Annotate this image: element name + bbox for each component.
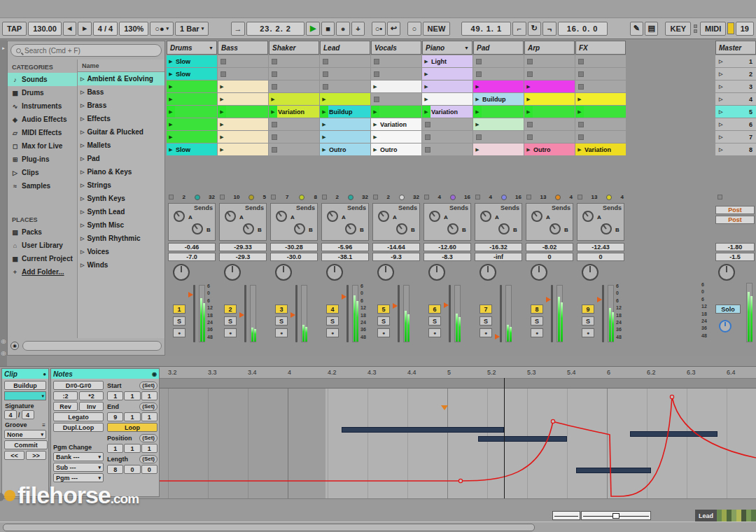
sidebar-item-midi-effects[interactable]: ▱MIDI Effects (8, 126, 77, 139)
sidebar-item-audio-effects[interactable]: ◈Audio Effects (8, 113, 77, 126)
volume-fader[interactable] (398, 285, 400, 342)
volume-fader[interactable] (602, 285, 604, 342)
clip-slot[interactable] (371, 55, 421, 67)
clip-slot[interactable]: ▶Variation (269, 106, 319, 118)
tap-tempo-button[interactable]: TAP (2, 22, 27, 36)
sub-bank-select[interactable]: Sub ---▾ (53, 463, 104, 472)
scene-slot-8[interactable]: ▷8 (715, 144, 756, 155)
session-record-button[interactable]: ○ (407, 22, 421, 36)
fader-handle[interactable] (393, 303, 398, 309)
clip-slot[interactable]: ▶ (320, 131, 370, 143)
clip-slot[interactable]: ▶ (167, 131, 217, 143)
automation-breakpoint[interactable] (551, 419, 554, 423)
arm-button[interactable]: ● (582, 328, 594, 337)
key-map-button[interactable]: KEY (665, 22, 691, 36)
meter-peak-value[interactable]: -16.32 (475, 243, 522, 251)
send-a-knob[interactable] (429, 211, 440, 222)
track-header-piano[interactable]: Piano▼ (422, 41, 472, 55)
sidebar-item-samples[interactable]: ≈Samples (8, 179, 77, 192)
stop-button[interactable]: ■ (321, 22, 335, 36)
rail-icon[interactable]: ◎ (1, 338, 6, 344)
volume-value[interactable]: -9.3 (372, 253, 420, 261)
signature-numerator-field[interactable]: 4 (4, 410, 17, 419)
browser-item-guitar-plucked[interactable]: ▷Guitar & Plucked (78, 125, 164, 139)
clip-slot[interactable] (422, 144, 472, 155)
session-overview-matrix[interactable] (717, 510, 756, 522)
browser-item-mallets[interactable]: ▷Mallets (78, 139, 164, 152)
clip-slot[interactable] (473, 131, 524, 143)
length-bar-field[interactable]: 8 (107, 465, 123, 474)
browser-collapse-icon[interactable]: ▸ (2, 46, 5, 51)
volume-fader[interactable] (500, 285, 502, 342)
clip-slot[interactable]: ▶Variation (422, 106, 472, 118)
clip-slot[interactable]: ▶ (218, 80, 268, 92)
send-b-knob[interactable] (550, 223, 561, 234)
clip-slot[interactable] (218, 68, 268, 80)
search-input[interactable]: Search (Cmd + F) (10, 44, 162, 57)
pan-knob[interactable] (326, 264, 343, 281)
time-signature-field[interactable]: 4 / 4 (93, 22, 118, 36)
clip-slot[interactable]: ▶ (524, 106, 575, 118)
clip-slot[interactable] (371, 93, 421, 105)
master-track-header[interactable]: Master (715, 41, 756, 55)
pan-knob[interactable] (479, 264, 496, 281)
scene-slot-1[interactable]: ▷1 (715, 55, 756, 67)
solo-button[interactable]: S (326, 316, 339, 326)
browser-item-winds[interactable]: ▷Winds (78, 258, 164, 272)
clip-slot[interactable]: ▶ (218, 93, 268, 105)
clip-slot[interactable]: ▶Slow (167, 144, 217, 155)
send-b-knob[interactable] (294, 223, 305, 234)
record-button[interactable]: ● (336, 22, 349, 36)
clip-slot[interactable]: ▶ (371, 106, 421, 118)
midi-map-button[interactable]: MIDI (700, 22, 726, 36)
clip-name-field[interactable]: Buildup (4, 381, 46, 390)
position-set-button[interactable]: (Set) (139, 434, 158, 442)
browser-item-brass[interactable]: ▷Brass (78, 99, 164, 112)
volume-value[interactable]: 0 (577, 253, 624, 261)
preview-scrub-field[interactable] (22, 341, 162, 351)
nudge-back-button[interactable]: << (4, 451, 24, 460)
track-activator-button[interactable]: 5 (377, 304, 390, 314)
volume-fader[interactable] (244, 285, 246, 342)
sidebar-item-max-for-live[interactable]: ◻Max for Live (8, 139, 77, 153)
places-item-packs[interactable]: ▤Packs (8, 225, 77, 239)
browser-item-bass[interactable]: ▷Bass (78, 85, 164, 99)
automation-breakpoint[interactable] (458, 479, 462, 482)
arrangement-overview[interactable] (581, 511, 651, 520)
rail-icon[interactable]: ◎ (1, 350, 6, 356)
solo-button[interactable]: S (224, 316, 237, 326)
arm-button[interactable]: ● (377, 328, 390, 337)
scene-slot-6[interactable]: ▷6 (715, 118, 756, 130)
length-beat-field[interactable]: 0 (124, 465, 140, 474)
follow-button[interactable]: → (231, 22, 244, 36)
punch-in-button[interactable]: ⌐ (512, 22, 526, 36)
clip-slot[interactable] (269, 144, 319, 155)
loop-start-field[interactable]: 49. 1. 1 (461, 22, 511, 36)
track-header-shaker[interactable]: Shaker (269, 41, 319, 55)
start-sixteenth-field[interactable]: 1 (141, 391, 158, 400)
nudge-down-button[interactable]: ◂ (63, 22, 76, 36)
computer-midi-keyboard-button[interactable]: ▤ (645, 22, 658, 36)
clip-slot[interactable]: ▶ (422, 80, 472, 92)
send-b-post-toggle[interactable]: Post (715, 216, 755, 224)
clip-slot[interactable] (473, 68, 524, 80)
pan-knob[interactable] (428, 264, 445, 281)
send-b-knob[interactable] (192, 223, 203, 234)
meter-peak-value[interactable]: -1.80 (715, 243, 755, 251)
clip-slot[interactable]: ▶ (218, 118, 268, 130)
duplicate-loop-button[interactable]: Dupl.Loop (53, 423, 104, 432)
halve-time-button[interactable]: :2 (53, 391, 78, 400)
overdub-button[interactable]: + (351, 22, 365, 36)
fader-handle[interactable] (188, 292, 193, 298)
browser-item-synth-lead[interactable]: ▷Synth Lead (78, 205, 164, 218)
track-activator-button[interactable]: 9 (582, 304, 594, 314)
track-activator-button[interactable]: 7 (479, 304, 492, 314)
track-activator-button[interactable]: 6 (428, 304, 441, 314)
clip-slot[interactable] (575, 118, 626, 130)
fold-button-icon[interactable]: ◉ (152, 371, 157, 377)
pan-knob[interactable] (173, 264, 190, 281)
solo-button[interactable]: S (275, 316, 288, 326)
clip-activator-icon[interactable]: ● (43, 371, 46, 377)
track-header-fx[interactable]: FX (575, 41, 626, 55)
scene-slot-4[interactable]: ▷4 (715, 93, 756, 105)
